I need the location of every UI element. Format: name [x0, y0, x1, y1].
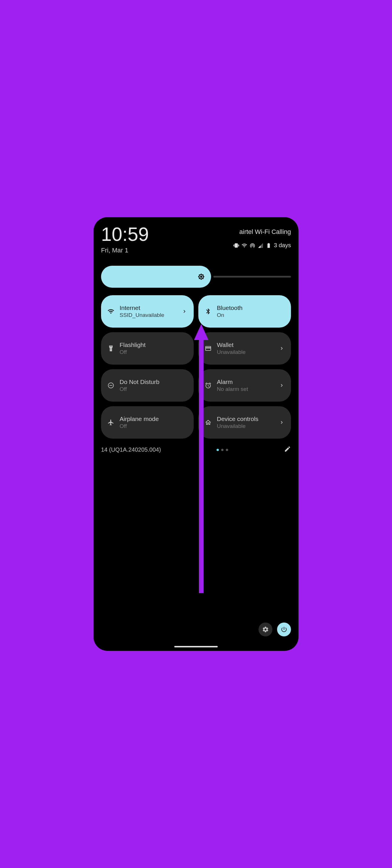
- wifi-icon: [242, 243, 247, 248]
- tile-title: Alarm: [217, 378, 274, 385]
- phone-screen: 10:59 Fri, Mar 1 airtel Wi-Fi Calling 3 …: [93, 217, 299, 651]
- hotspot-icon: [250, 243, 255, 248]
- power-button[interactable]: [277, 622, 291, 637]
- signal-icon: [258, 243, 263, 248]
- home-icon: [205, 419, 212, 426]
- tile-title: Internet: [119, 305, 176, 311]
- chevron-right-icon: [279, 345, 285, 351]
- battery-icon: [266, 243, 272, 248]
- qs-footer: 14 (UQ1A.240205.004): [101, 445, 291, 454]
- quick-settings-grid: Internet SSID_Unavailable Bluetooth On F…: [101, 295, 291, 439]
- tile-subtitle: No alarm set: [217, 386, 274, 392]
- battery-text: 3 days: [274, 242, 291, 249]
- airplane-tile[interactable]: Airplane mode Off: [101, 406, 194, 439]
- tile-subtitle: Unavailable: [217, 349, 274, 355]
- tile-title: Do Not Disturb: [119, 378, 187, 385]
- tile-subtitle: SSID_Unavailable: [119, 312, 176, 318]
- chevron-right-icon: [279, 420, 285, 425]
- bottom-actions: [258, 622, 291, 637]
- tile-title: Device controls: [217, 415, 274, 423]
- flashlight-tile[interactable]: Flashlight Off: [101, 332, 194, 365]
- tile-title: Airplane mode: [119, 415, 187, 423]
- alarm-icon: [205, 382, 212, 389]
- clock-date-block: 10:59 Fri, Mar 1: [101, 225, 149, 254]
- vibrate-icon: [233, 243, 239, 248]
- tile-title: Bluetooth: [217, 305, 285, 311]
- alarm-tile[interactable]: Alarm No alarm set: [198, 369, 291, 402]
- status-bar: 10:59 Fri, Mar 1 airtel Wi-Fi Calling 3 …: [101, 225, 291, 254]
- wifi-icon: [107, 308, 114, 315]
- page-indicator[interactable]: [217, 449, 228, 451]
- dnd-tile[interactable]: Do Not Disturb Off: [101, 369, 194, 402]
- dnd-icon: [107, 382, 114, 389]
- internet-tile[interactable]: Internet SSID_Unavailable: [101, 295, 194, 328]
- power-icon: [281, 626, 287, 633]
- build-number: 14 (UQ1A.240205.004): [101, 446, 161, 453]
- settings-button[interactable]: [258, 622, 273, 637]
- brightness-icon: [198, 273, 205, 280]
- brightness-slider[interactable]: [101, 266, 291, 288]
- clock-time: 10:59: [101, 225, 149, 244]
- navigation-pill[interactable]: [174, 646, 218, 647]
- chevron-right-icon: [181, 309, 187, 314]
- device-controls-tile[interactable]: Device controls Unavailable: [198, 406, 291, 439]
- airplane-icon: [107, 419, 114, 426]
- carrier-label: airtel Wi-Fi Calling: [240, 228, 291, 236]
- status-icons: 3 days: [233, 242, 291, 249]
- clock-date: Fri, Mar 1: [101, 247, 149, 254]
- chevron-right-icon: [279, 382, 285, 388]
- bluetooth-icon: [205, 308, 212, 315]
- tile-subtitle: On: [217, 312, 285, 318]
- tile-subtitle: Off: [119, 386, 187, 392]
- tile-title: Flashlight: [119, 341, 187, 348]
- tile-subtitle: Off: [119, 349, 187, 355]
- wallet-icon: [205, 345, 212, 352]
- tile-subtitle: Off: [119, 423, 187, 429]
- tile-subtitle: Unavailable: [217, 423, 274, 429]
- tile-title: Wallet: [217, 341, 274, 348]
- flashlight-icon: [107, 345, 114, 352]
- gear-icon: [262, 626, 269, 633]
- edit-button[interactable]: [284, 445, 291, 454]
- bluetooth-tile[interactable]: Bluetooth On: [198, 295, 291, 328]
- wallet-tile[interactable]: Wallet Unavailable: [198, 332, 291, 365]
